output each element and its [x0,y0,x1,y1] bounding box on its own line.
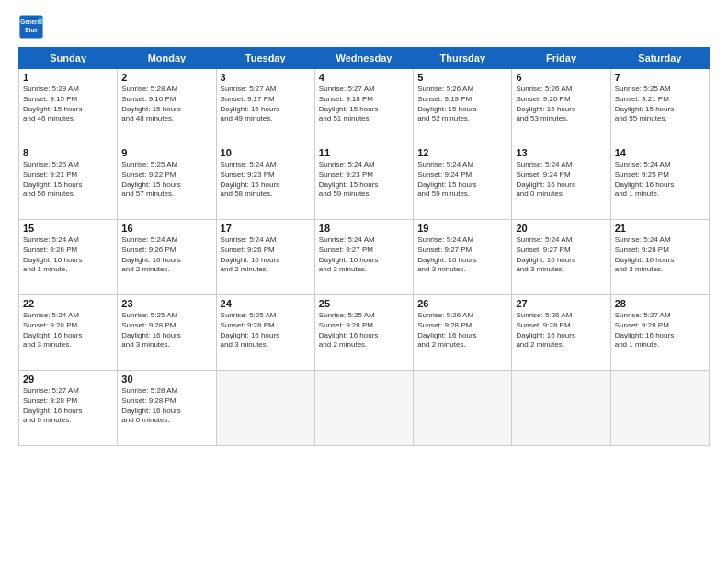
week-row-0: 1Sunrise: 5:29 AM Sunset: 9:15 PM Daylig… [19,69,710,144]
day-info: Sunrise: 5:24 AM Sunset: 9:26 PM Dayligh… [221,236,311,275]
day-number: 28 [615,298,705,309]
day-number: 3 [221,72,311,83]
calendar-cell: 6Sunrise: 5:26 AM Sunset: 9:20 PM Daylig… [512,69,610,144]
day-info: Sunrise: 5:26 AM Sunset: 9:28 PM Dayligh… [516,311,606,350]
calendar-cell: 16Sunrise: 5:24 AM Sunset: 9:26 PM Dayli… [118,220,216,295]
weekday-saturday: Saturday [610,48,709,69]
day-info: Sunrise: 5:24 AM Sunset: 9:28 PM Dayligh… [23,311,113,350]
day-number: 12 [417,147,507,158]
day-info: Sunrise: 5:25 AM Sunset: 9:21 PM Dayligh… [615,85,705,124]
calendar-cell [216,371,314,446]
calendar-cell: 18Sunrise: 5:24 AM Sunset: 9:27 PM Dayli… [314,220,413,295]
day-number: 20 [516,223,606,234]
day-number: 6 [516,72,606,83]
calendar-cell: 30Sunrise: 5:28 AM Sunset: 9:28 PM Dayli… [118,371,216,446]
day-info: Sunrise: 5:28 AM Sunset: 9:16 PM Dayligh… [121,85,211,124]
day-number: 11 [319,147,409,158]
day-info: Sunrise: 5:24 AM Sunset: 9:27 PM Dayligh… [516,236,606,275]
calendar-cell: 22Sunrise: 5:24 AM Sunset: 9:28 PM Dayli… [19,295,118,371]
day-info: Sunrise: 5:24 AM Sunset: 9:23 PM Dayligh… [319,160,409,200]
day-number: 22 [23,298,113,309]
day-number: 5 [417,72,507,83]
calendar-cell: 5Sunrise: 5:26 AM Sunset: 9:19 PM Daylig… [414,69,512,144]
calendar-cell: 8Sunrise: 5:25 AM Sunset: 9:21 PM Daylig… [19,144,118,220]
calendar-cell: 15Sunrise: 5:24 AM Sunset: 9:26 PM Dayli… [19,220,118,295]
calendar-cell: 23Sunrise: 5:25 AM Sunset: 9:28 PM Dayli… [118,295,216,371]
day-info: Sunrise: 5:26 AM Sunset: 9:28 PM Dayligh… [417,311,507,350]
day-info: Sunrise: 5:27 AM Sunset: 9:28 PM Dayligh… [23,386,113,426]
day-info: Sunrise: 5:25 AM Sunset: 9:28 PM Dayligh… [221,311,311,350]
weekday-monday: Monday [118,48,216,69]
logo: General Blue [18,14,44,40]
calendar-table: SundayMondayTuesdayWednesdayThursdayFrid… [18,47,710,446]
calendar-cell: 1Sunrise: 5:29 AM Sunset: 9:15 PM Daylig… [19,69,118,144]
day-info: Sunrise: 5:24 AM Sunset: 9:27 PM Dayligh… [417,236,507,275]
day-info: Sunrise: 5:24 AM Sunset: 9:24 PM Dayligh… [516,160,606,200]
calendar-cell: 11Sunrise: 5:24 AM Sunset: 9:23 PM Dayli… [314,144,413,220]
weekday-friday: Friday [512,48,610,69]
day-info: Sunrise: 5:24 AM Sunset: 9:24 PM Dayligh… [417,160,507,200]
calendar-cell: 7Sunrise: 5:25 AM Sunset: 9:21 PM Daylig… [610,69,709,144]
day-number: 1 [23,72,113,83]
calendar-cell: 13Sunrise: 5:24 AM Sunset: 9:24 PM Dayli… [512,144,610,220]
day-number: 23 [121,298,211,309]
day-info: Sunrise: 5:24 AM Sunset: 9:26 PM Dayligh… [23,236,113,275]
calendar-cell: 17Sunrise: 5:24 AM Sunset: 9:26 PM Dayli… [216,220,314,295]
calendar-cell: 25Sunrise: 5:25 AM Sunset: 9:28 PM Dayli… [314,295,413,371]
day-number: 27 [516,298,606,309]
day-number: 17 [221,223,311,234]
calendar-cell: 9Sunrise: 5:25 AM Sunset: 9:22 PM Daylig… [118,144,216,220]
day-info: Sunrise: 5:24 AM Sunset: 9:27 PM Dayligh… [319,236,409,275]
day-info: Sunrise: 5:25 AM Sunset: 9:22 PM Dayligh… [121,160,211,200]
calendar-cell: 3Sunrise: 5:27 AM Sunset: 9:17 PM Daylig… [216,69,314,144]
day-info: Sunrise: 5:24 AM Sunset: 9:28 PM Dayligh… [615,236,705,275]
day-number: 29 [23,373,113,385]
day-number: 4 [319,72,409,83]
day-number: 15 [23,223,113,234]
day-info: Sunrise: 5:24 AM Sunset: 9:26 PM Dayligh… [121,236,211,275]
day-number: 19 [417,223,507,234]
day-info: Sunrise: 5:25 AM Sunset: 9:21 PM Dayligh… [23,160,113,200]
logo-icon: General Blue [18,14,44,40]
calendar-cell: 26Sunrise: 5:26 AM Sunset: 9:28 PM Dayli… [414,295,512,371]
calendar-cell: 4Sunrise: 5:27 AM Sunset: 9:18 PM Daylig… [314,69,413,144]
week-row-4: 29Sunrise: 5:27 AM Sunset: 9:28 PM Dayli… [19,371,710,446]
day-info: Sunrise: 5:27 AM Sunset: 9:18 PM Dayligh… [319,85,409,124]
calendar-cell [314,371,413,446]
day-info: Sunrise: 5:25 AM Sunset: 9:28 PM Dayligh… [121,311,211,350]
week-row-1: 8Sunrise: 5:25 AM Sunset: 9:21 PM Daylig… [19,144,710,220]
day-number: 9 [121,147,211,158]
day-number: 10 [221,147,311,158]
calendar-cell [610,371,709,446]
day-info: Sunrise: 5:25 AM Sunset: 9:28 PM Dayligh… [319,311,409,350]
day-info: Sunrise: 5:26 AM Sunset: 9:20 PM Dayligh… [516,85,606,124]
day-number: 26 [417,298,507,309]
day-info: Sunrise: 5:27 AM Sunset: 9:17 PM Dayligh… [221,85,311,124]
day-info: Sunrise: 5:27 AM Sunset: 9:28 PM Dayligh… [615,311,705,350]
weekday-thursday: Thursday [414,48,512,69]
day-number: 8 [23,147,113,158]
calendar-cell: 27Sunrise: 5:26 AM Sunset: 9:28 PM Dayli… [512,295,610,371]
day-number: 2 [121,72,211,83]
calendar-cell: 12Sunrise: 5:24 AM Sunset: 9:24 PM Dayli… [414,144,512,220]
day-info: Sunrise: 5:28 AM Sunset: 9:28 PM Dayligh… [121,386,211,426]
calendar-cell: 21Sunrise: 5:24 AM Sunset: 9:28 PM Dayli… [610,220,709,295]
weekday-header-row: SundayMondayTuesdayWednesdayThursdayFrid… [19,48,710,69]
calendar-cell [414,371,512,446]
day-number: 30 [121,373,211,385]
calendar-cell [512,371,610,446]
weekday-sunday: Sunday [19,48,118,69]
weekday-wednesday: Wednesday [314,48,413,69]
calendar-cell: 10Sunrise: 5:24 AM Sunset: 9:23 PM Dayli… [216,144,314,220]
week-row-3: 22Sunrise: 5:24 AM Sunset: 9:28 PM Dayli… [19,295,710,371]
day-info: Sunrise: 5:29 AM Sunset: 9:15 PM Dayligh… [23,85,113,124]
header: General Blue [18,14,710,40]
calendar-cell: 14Sunrise: 5:24 AM Sunset: 9:25 PM Dayli… [610,144,709,220]
calendar-cell: 24Sunrise: 5:25 AM Sunset: 9:28 PM Dayli… [216,295,314,371]
day-info: Sunrise: 5:26 AM Sunset: 9:19 PM Dayligh… [417,85,507,124]
calendar-cell: 19Sunrise: 5:24 AM Sunset: 9:27 PM Dayli… [414,220,512,295]
day-number: 25 [319,298,409,309]
page: General Blue SundayMondayTuesdayWednesda… [0,0,728,563]
calendar-cell: 2Sunrise: 5:28 AM Sunset: 9:16 PM Daylig… [118,69,216,144]
calendar-cell: 20Sunrise: 5:24 AM Sunset: 9:27 PM Dayli… [512,220,610,295]
